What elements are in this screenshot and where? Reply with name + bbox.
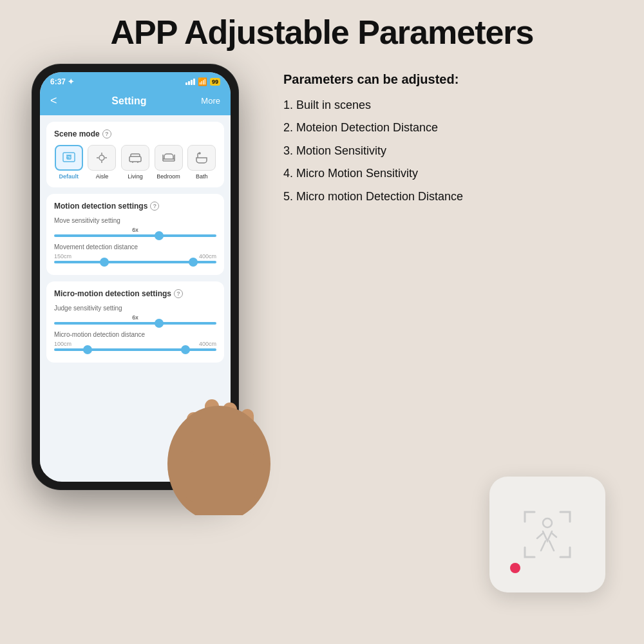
status-bar: 6:37 ✦ 📶 99 [40, 72, 231, 89]
signal-bar-1 [185, 82, 187, 85]
move-sensitivity-thumb[interactable] [155, 231, 164, 240]
micro-motion-title: Micro-motion detection settings ? [54, 289, 216, 298]
micro-distance-label: Micro-motion detection distance [54, 331, 216, 338]
motion-detection-title: Motion detection settings ? [54, 202, 216, 211]
move-sensitivity-section: Move sensitivity setting 6x [54, 217, 216, 237]
person-detection-icon [522, 509, 573, 560]
hand-illustration [161, 361, 277, 515]
param-item-4: 4. Micro Motion Sensitivity [283, 166, 625, 181]
wifi-icon: 📶 [198, 77, 207, 86]
scene-living-label: Living [128, 173, 143, 180]
movement-distance-thumb1[interactable] [100, 258, 109, 267]
scene-bath-icon [187, 145, 216, 171]
scene-default-icon [55, 145, 83, 171]
signal-bar-4 [193, 79, 195, 85]
param-item-3: 3. Motion Sensitivity [283, 144, 625, 158]
scene-bedroom-label: Bedroom [156, 173, 180, 180]
time-display: 6:37 [50, 77, 66, 86]
micro-help-icon[interactable]: ? [174, 289, 183, 298]
status-right: 📶 99 [185, 77, 220, 86]
micro-distance-section: Micro-motion detection distance 100cm 40… [54, 331, 216, 351]
scene-icons-row: Default [54, 145, 216, 180]
scene-bedroom[interactable]: Bedroom [154, 145, 184, 180]
param-item-2: 2. Moteion Detection Distance [283, 120, 625, 135]
svg-rect-1 [67, 156, 71, 159]
nav-title: Setting [111, 95, 146, 107]
move-sensitivity-slider[interactable] [54, 234, 216, 237]
micro-distance-thumb1[interactable] [83, 345, 92, 354]
scene-mode-title: Scene mode ? [54, 129, 216, 138]
judge-sensitivity-slider[interactable] [54, 322, 216, 325]
params-list: 1. Built in scenes 2. Moteion Detection … [283, 98, 625, 204]
scene-aisle[interactable]: Aisle [88, 145, 117, 180]
phone-wrapper: 6:37 ✦ 📶 99 [13, 64, 270, 489]
judge-sensitivity-section: Judge sensitivity setting 6x [54, 305, 216, 325]
micro-motion-card: Micro-motion detection settings ? Judge … [46, 281, 224, 363]
move-sensitivity-label: Move sensitivity setting [54, 217, 216, 224]
battery-display: 99 [210, 78, 220, 86]
micro-distance-slider[interactable] [54, 348, 216, 351]
motion-detection-card: Motion detection settings ? Move sensiti… [46, 194, 224, 275]
movement-distance-label: Movement detection distance [54, 243, 216, 251]
judge-sensitivity-label: Judge sensitivity setting [54, 305, 216, 312]
page-title: APP Adjustable Parameters [0, 0, 644, 58]
scene-bath-label: Bath [196, 173, 208, 180]
nav-bar: < Setting More [40, 89, 231, 115]
main-content: 6:37 ✦ 📶 99 [0, 58, 644, 489]
more-button[interactable]: More [201, 96, 220, 106]
back-button[interactable]: < [50, 94, 57, 108]
micro-distance-thumb2[interactable] [181, 345, 190, 354]
scene-bath[interactable]: Bath [187, 145, 216, 180]
scene-living[interactable]: Living [120, 145, 150, 180]
scene-default[interactable]: Default [54, 145, 84, 180]
location-icon: ✦ [68, 77, 74, 86]
signal-bar-2 [188, 81, 190, 85]
scene-help-icon[interactable]: ? [102, 129, 111, 138]
device-box [489, 477, 605, 592]
device-led [510, 563, 520, 573]
move-sensitivity-value: 6x [54, 227, 216, 233]
scene-aisle-icon [88, 145, 116, 171]
svg-rect-7 [129, 156, 141, 162]
device-container [489, 477, 618, 605]
micro-distance-range: 100cm 400cm [54, 341, 216, 347]
motion-help-icon[interactable]: ? [150, 202, 159, 211]
judge-sensitivity-value: 6x [54, 314, 216, 321]
movement-distance-thumb2[interactable] [189, 258, 198, 267]
param-item-5: 5. Micro motion Detection Distance [283, 189, 625, 204]
param-item-1: 1. Built in scenes [283, 98, 625, 113]
scene-living-icon [121, 145, 149, 171]
scene-mode-card: Scene mode ? [46, 122, 224, 187]
right-content: Parameters can be adjusted: 1. Built in … [283, 64, 625, 204]
scene-bedroom-icon [155, 145, 183, 171]
movement-distance-slider[interactable] [54, 261, 216, 263]
svg-point-18 [543, 518, 552, 527]
svg-point-2 [99, 155, 104, 160]
movement-distance-section: Movement detection distance 150cm 400cm [54, 243, 216, 263]
signal-bar-3 [191, 80, 193, 85]
scene-default-label: Default [59, 173, 79, 180]
svg-point-17 [167, 406, 270, 515]
status-left: 6:37 ✦ [50, 77, 74, 86]
judge-sensitivity-thumb[interactable] [155, 319, 164, 328]
params-title: Parameters can be adjusted: [283, 71, 625, 88]
signal-bars [185, 79, 195, 85]
scene-aisle-label: Aisle [96, 173, 109, 180]
